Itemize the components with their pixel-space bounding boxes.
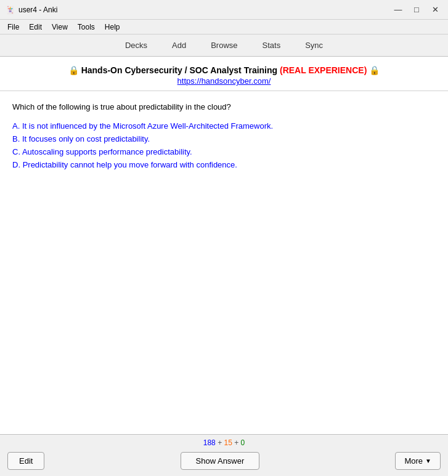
- card-counts: 188 + 15 + 0: [0, 435, 448, 450]
- tab-add[interactable]: Add: [160, 38, 198, 53]
- deck-url[interactable]: https://handsoncyber.com/: [12, 76, 436, 86]
- count-learn: 15: [224, 438, 232, 447]
- tab-stats[interactable]: Stats: [251, 38, 293, 53]
- count-sep2: +: [234, 438, 240, 447]
- title-bar: 🃏 user4 - Anki — □ ✕: [0, 0, 448, 20]
- card-header-title: 🔒 Hands-On Cybersecurity / SOC Analyst T…: [12, 65, 436, 75]
- edit-button[interactable]: Edit: [7, 452, 44, 470]
- app-icon: 🃏: [5, 5, 15, 15]
- bottom-bar: 188 + 15 + 0 Edit Show Answer More ▼: [0, 434, 448, 476]
- more-button[interactable]: More ▼: [395, 452, 441, 470]
- nav-tabs: Decks Add Browse Stats Sync: [0, 34, 448, 57]
- option-b-label: B.: [12, 134, 22, 143]
- menu-help[interactable]: Help: [100, 22, 125, 33]
- option-b-text: It focuses only on cost predictability.: [22, 134, 150, 143]
- bottom-buttons: Edit Show Answer More ▼: [0, 450, 448, 476]
- menu-edit[interactable]: Edit: [24, 22, 47, 33]
- maximize-button[interactable]: □: [409, 4, 425, 16]
- count-due: 188: [203, 438, 216, 447]
- option-a-label: A.: [12, 121, 22, 131]
- title-bar-text: user4 - Anki: [18, 6, 390, 14]
- more-dropdown-arrow: ▼: [425, 458, 431, 464]
- option-a-text: It is not influenced by the Microsoft Az…: [22, 121, 273, 131]
- card-body: Which of the following is true about pre…: [0, 91, 448, 434]
- card-header: 🔒 Hands-On Cybersecurity / SOC Analyst T…: [0, 57, 448, 91]
- count-sep1: +: [218, 438, 224, 447]
- question-text: Which of the following is true about pre…: [12, 102, 436, 111]
- answer-option-c: C. Autoscaling supports performance pred…: [12, 147, 436, 156]
- menu-bar: File Edit View Tools Help: [0, 20, 448, 34]
- lock-left-icon: 🔒: [68, 65, 79, 75]
- real-experience-badge: (REAL EXPERIENCE): [280, 65, 367, 75]
- lock-right-icon: 🔒: [369, 65, 380, 75]
- option-c-label: C.: [12, 147, 22, 156]
- show-answer-button[interactable]: Show Answer: [181, 452, 260, 470]
- tab-decks[interactable]: Decks: [113, 38, 159, 53]
- answer-option-b: B. It focuses only on cost predictabilit…: [12, 134, 436, 143]
- minimize-button[interactable]: —: [390, 4, 406, 16]
- more-label: More: [404, 456, 423, 466]
- option-d-text: Predictability cannot help you move forw…: [23, 160, 237, 169]
- tab-sync[interactable]: Sync: [293, 38, 335, 53]
- close-button[interactable]: ✕: [427, 4, 443, 16]
- option-d-label: D.: [12, 160, 23, 169]
- menu-file[interactable]: File: [2, 22, 24, 33]
- count-new: 0: [241, 438, 245, 447]
- menu-tools[interactable]: Tools: [73, 22, 100, 33]
- answer-option-a: A. It is not influenced by the Microsoft…: [12, 121, 436, 131]
- option-c-text: Autoscaling supports performance predict…: [22, 147, 192, 156]
- main-content: 🔒 Hands-On Cybersecurity / SOC Analyst T…: [0, 57, 448, 434]
- answer-option-d: D. Predictability cannot help you move f…: [12, 160, 436, 169]
- menu-view[interactable]: View: [47, 22, 73, 33]
- tab-browse[interactable]: Browse: [199, 38, 249, 53]
- deck-title: Hands-On Cybersecurity / SOC Analyst Tra…: [81, 65, 277, 75]
- window-controls: — □ ✕: [390, 4, 443, 16]
